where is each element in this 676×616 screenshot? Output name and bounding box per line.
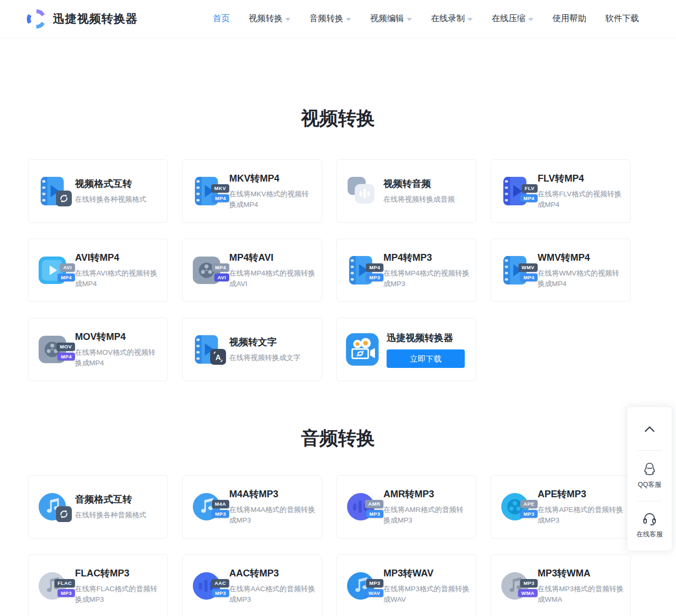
format-badge: MP3 (58, 589, 75, 598)
format-badge: WMA (518, 589, 538, 598)
converter-icon: M4AMP3 (191, 491, 222, 522)
converter-card[interactable]: AMRMP3 AMR转MP3 在线将AMR格式的音频转换成MP3 (336, 475, 476, 538)
format-badges: WMVMP4 (519, 263, 538, 281)
nav-item-online-compress[interactable]: 在线压缩 (492, 13, 533, 24)
format-badge: WAV (365, 589, 383, 598)
converter-card[interactable]: 音频格式互转 在线转换各种音频格式 (28, 475, 168, 538)
card-desc: 在线将视频转换成音频 (383, 194, 455, 205)
format-badge: WMV (519, 263, 538, 272)
converter-icon (345, 176, 376, 206)
converter-card[interactable]: 视频转音频 在线将视频转换成音频 (336, 159, 476, 223)
section-title-audio: 音频转换 (0, 424, 676, 452)
chevron-down-icon (467, 18, 473, 21)
nav-item-help[interactable]: 使用帮助 (552, 13, 586, 24)
format-badge: MP3 (520, 579, 538, 587)
card-title: FLAC转MP3 (75, 567, 161, 580)
nav-item-video-edit[interactable]: 视频编辑 (370, 13, 412, 24)
converter-icon: AMRMP3 (345, 491, 376, 522)
format-badge: MP4 (58, 353, 75, 361)
converter-card[interactable]: MP4AVI MP4转AVI 在线将MP4格式的视频转换成AVI (182, 239, 322, 302)
qq-service-button[interactable]: QQ客服 (638, 461, 661, 489)
main-nav: 首页视频转换音频转换视频编辑在线录制在线压缩使用帮助软件下载 (213, 13, 639, 24)
floating-service-panel: QQ客服 在线客服 (627, 406, 672, 551)
format-badge: MP4 (366, 263, 383, 272)
converter-card[interactable]: 视频格式互转 在线转换各种视频格式 (28, 159, 168, 223)
format-badge: MOV (57, 343, 75, 351)
card-title: WMV转MP4 (538, 251, 624, 264)
converter-card[interactable]: MOVMP4 MOV转MP4 在线将MOV格式的视频转换成MP4 (28, 318, 168, 381)
card-title: AVI转MP4 (75, 251, 161, 264)
app-title: 迅捷视频转换器 (387, 331, 465, 344)
format-badge: MP3 (366, 510, 383, 518)
converter-card[interactable]: MP4MP3 MP4转MP3 在线将MP4格式的视频转换成MP3 (336, 239, 476, 302)
card-desc: 在线将视频转换成文字 (229, 353, 301, 363)
converter-icon: A (191, 334, 222, 365)
brand-name: 迅捷视频转换器 (53, 11, 138, 27)
card-desc: 在线将WMV格式的视频转换成MP4 (538, 268, 624, 289)
card-desc: 在线将AMR格式的音频转换成MP3 (383, 505, 470, 525)
refresh-badge-icon (56, 506, 72, 522)
divider (637, 501, 662, 501)
format-badges: FLVMP4 (520, 184, 538, 202)
online-service-button[interactable]: 在线客服 (636, 511, 663, 539)
converter-icon: MP4AVI (191, 255, 222, 286)
format-badge: FLV (522, 184, 538, 193)
card-title: 音频格式互转 (75, 493, 146, 506)
format-badge: FLAC (54, 579, 75, 587)
format-badge: MP3 (212, 589, 229, 598)
converter-card[interactable]: APEMP3 APE转MP3 在线将APE格式的音频转换成MP3 (491, 475, 631, 538)
converter-icon: AVIMP4 (37, 255, 68, 286)
app-download-card: 迅捷视频转换器 立即下载 (336, 318, 476, 381)
converter-card[interactable]: MP3WMA MP3转WMA 在线将MP3格式的音频转换成WMA (491, 554, 631, 616)
format-badge: MP3 (520, 510, 538, 518)
converter-card[interactable]: FLVMP4 FLV转MP4 在线将FLV格式的视频转换成MP4 (491, 159, 631, 223)
converter-card[interactable]: WMVMP4 WMV转MP4 在线将WMV格式的视频转换成MP4 (491, 239, 631, 302)
divider (637, 450, 662, 451)
converter-icon: FLVMP4 (500, 176, 530, 206)
converter-icon: MKVMP4 (191, 176, 222, 206)
card-title: M4A转MP3 (229, 488, 315, 500)
nav-item-software-download[interactable]: 软件下载 (605, 13, 639, 24)
download-now-button[interactable]: 立即下载 (387, 349, 465, 368)
app-logo-icon (25, 8, 48, 30)
nav-item-audio-convert[interactable]: 音频转换 (309, 13, 351, 24)
chevron-down-icon (285, 18, 290, 21)
chevron-down-icon (528, 18, 533, 21)
format-badges: APEMP3 (520, 500, 538, 518)
converter-card[interactable]: AVIMP4 AVI转MP4 在线将AVI格式的视频转换成MP4 (28, 239, 168, 302)
converter-icon: MP3WAV (345, 571, 376, 601)
format-badge: APE (520, 500, 538, 508)
format-badge: MP4 (520, 273, 538, 282)
back-to-top-button[interactable] (642, 422, 658, 438)
card-title: FLV转MP4 (538, 172, 624, 185)
video-converter-grid: 视频格式互转 在线转换各种视频格式 MKVMP4 MKV转MP4 在线将MKV格… (28, 159, 676, 381)
card-desc: 在线将MP4格式的视频转换成MP3 (383, 268, 470, 289)
converter-card[interactable]: FLACMP3 FLAC转MP3 在线将FLAC格式的音频转换成MP3 (28, 554, 168, 616)
converter-icon (37, 176, 68, 206)
converter-card[interactable]: MKVMP4 MKV转MP4 在线将MKV格式的视频转换成MP4 (182, 159, 322, 223)
nav-item-label: 视频转换 (249, 13, 283, 24)
format-badges: MP4AVI (212, 263, 229, 281)
format-badge: MP4 (212, 263, 229, 272)
converter-card[interactable]: AACMP3 AAC转MP3 在线将AAC格式的音频转换成MP3 (182, 554, 322, 616)
qq-service-label: QQ客服 (638, 480, 661, 489)
section-title-video: 视频转换 (0, 105, 676, 132)
converter-icon: MOVMP4 (37, 334, 68, 365)
card-desc: 在线将AVI格式的视频转换成MP4 (75, 268, 161, 289)
chevron-down-icon (346, 18, 351, 21)
card-title: 视频转文字 (229, 336, 301, 348)
brand-logo-link[interactable]: 迅捷视频转换器 (25, 8, 138, 30)
converter-card[interactable]: MP3WAV MP3转WAV 在线将MP3格式的音频转换成WAV (336, 554, 476, 616)
converter-card[interactable]: M4AMP3 M4A转MP3 在线将M4A格式的音频转换成MP3 (182, 475, 322, 538)
nav-item-online-record[interactable]: 在线录制 (431, 13, 473, 24)
card-title: MP3转WAV (383, 567, 470, 580)
audio-converter-grid: 音频格式互转 在线转换各种音频格式 M4AMP3 M4A转MP3 在线将M4A格… (28, 475, 676, 616)
nav-item-label: 首页 (213, 13, 230, 24)
converter-icon (37, 491, 68, 522)
converter-card[interactable]: A 视频转文字 在线将视频转换成文字 (182, 318, 322, 381)
format-badge: AVI (214, 273, 229, 282)
nav-item-home[interactable]: 首页 (213, 13, 230, 24)
format-badge: AAC (211, 579, 229, 587)
nav-item-video-convert[interactable]: 视频转换 (249, 13, 290, 24)
format-badges: AVIMP4 (58, 263, 75, 281)
